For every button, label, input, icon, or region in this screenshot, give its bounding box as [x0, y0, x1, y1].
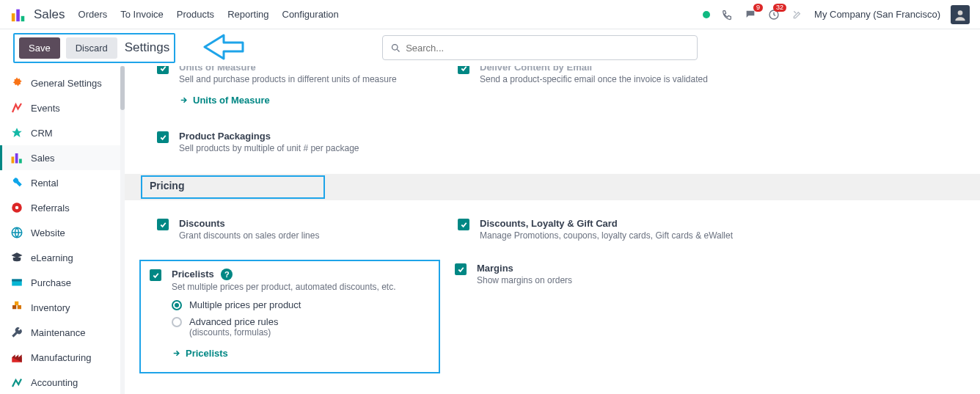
svg-point-5	[958, 10, 963, 15]
menu-products[interactable]: Products	[177, 9, 214, 20]
setting-desc-loyalty: Manage Promotions, coupons, loyalty card…	[480, 230, 733, 241]
svg-rect-10	[19, 159, 22, 164]
phone-icon[interactable]	[720, 8, 734, 21]
sidebar-item-label: Manufacturing	[31, 352, 91, 363]
sidebar-item-events[interactable]: Events	[0, 95, 125, 120]
arrow-right-icon	[172, 349, 181, 358]
radio-on-icon	[172, 300, 182, 310]
search-box[interactable]	[382, 35, 698, 60]
status-dot	[703, 11, 710, 18]
chat-badge: 9	[753, 4, 763, 12]
discard-button[interactable]: Discard	[66, 37, 117, 59]
manufacturing-icon	[10, 351, 23, 364]
activity-badge: 32	[773, 4, 786, 12]
checkbox-margins[interactable]	[455, 263, 467, 275]
setting-desc-uom: Sell and purchase products in different …	[179, 74, 397, 84]
menu-to-invoice[interactable]: To Invoice	[120, 9, 164, 20]
svg-rect-8	[12, 157, 15, 164]
help-icon[interactable]: ?	[221, 269, 233, 280]
inventory-icon	[10, 301, 23, 314]
sales-icon	[10, 151, 23, 164]
link-uom[interactable]: Units of Measure	[179, 95, 397, 106]
svg-rect-9	[15, 153, 18, 164]
gear-icon	[10, 76, 23, 90]
sidebar-item-label: CRM	[31, 128, 53, 139]
sidebar-item-manufacturing[interactable]: Manufacturing	[0, 345, 125, 370]
sidebar-item-inventory[interactable]: Inventory	[0, 295, 125, 320]
pricelists-radio-group: Multiple prices per product Advanced pri…	[150, 299, 430, 338]
app-icon	[10, 7, 26, 23]
section-pricing-title: Pricing	[141, 175, 325, 199]
rental-icon	[10, 176, 23, 189]
settings-sidebar: General Settings Events CRM Sales Rental…	[0, 66, 125, 394]
setting-title-packagings: Product Packagings	[179, 131, 359, 142]
setting-title-margins: Margins	[477, 263, 572, 274]
setting-desc-discounts: Grant discounts on sales order lines	[179, 230, 319, 241]
setting-title-uom: Units of Measure	[179, 66, 397, 73]
purchase-icon	[10, 276, 23, 289]
sidebar-item-label: Maintenance	[31, 327, 85, 338]
radio-off-icon	[172, 317, 182, 327]
svg-rect-16	[12, 305, 16, 309]
sidebar-item-label: Accounting	[31, 377, 78, 388]
chat-icon[interactable]: 9	[744, 8, 757, 21]
highlight-save-area: Save Discard Settings	[13, 33, 175, 63]
activity-icon[interactable]: 32	[767, 8, 780, 21]
setting-title-pricelists: Pricelists	[172, 269, 214, 280]
link-pricelists[interactable]: Pricelists	[150, 348, 430, 359]
sidebar-item-sales[interactable]: Sales	[0, 145, 125, 170]
save-button[interactable]: Save	[19, 37, 60, 59]
svg-rect-18	[15, 302, 18, 305]
menu-reporting[interactable]: Reporting	[227, 9, 268, 20]
svg-rect-15	[12, 280, 22, 282]
sidebar-item-label: Inventory	[31, 302, 70, 313]
company-selector[interactable]: My Company (San Francisco)	[814, 9, 940, 20]
arrow-right-icon	[179, 95, 189, 105]
sidebar-item-label: Rental	[31, 178, 59, 189]
highlight-pricelists: Pricelists ? Set multiple prices per pro…	[139, 260, 440, 373]
sidebar-item-elearning[interactable]: eLearning	[0, 245, 125, 270]
menu-configuration[interactable]: Configuration	[282, 9, 339, 20]
svg-rect-1	[16, 9, 20, 21]
menu-orders[interactable]: Orders	[78, 9, 108, 20]
sidebar-item-general-settings[interactable]: General Settings	[0, 70, 125, 95]
action-bar: Save Discard Settings	[0, 29, 980, 66]
svg-point-12	[15, 206, 19, 210]
referrals-icon	[10, 201, 23, 214]
sidebar-item-label: eLearning	[31, 252, 73, 263]
sidebar-item-rental[interactable]: Rental	[0, 170, 125, 195]
navbar-right: 9 32 My Company (San Francisco)	[703, 5, 970, 24]
checkbox-pricelists[interactable]	[150, 269, 161, 281]
svg-rect-0	[12, 13, 15, 21]
arrow-annotation	[202, 34, 244, 62]
sidebar-item-purchase[interactable]: Purchase	[0, 270, 125, 295]
sidebar-item-label: Sales	[31, 153, 55, 164]
setting-desc-deliver: Send a product-specific email once the i…	[480, 74, 708, 84]
sidebar-item-label: Referrals	[31, 203, 70, 214]
setting-title-discounts: Discounts	[179, 218, 319, 229]
sidebar-item-label: Website	[31, 227, 65, 238]
svg-point-6	[392, 44, 398, 50]
radio-advanced-rules[interactable]: Advanced price rules (discounts, formula…	[172, 316, 430, 338]
maintenance-icon	[10, 326, 23, 339]
checkbox-deliver-email[interactable]	[458, 66, 469, 74]
sidebar-item-crm[interactable]: CRM	[0, 120, 125, 145]
events-icon	[10, 101, 23, 114]
sidebar-item-accounting[interactable]: Accounting	[0, 370, 125, 394]
sidebar-item-referrals[interactable]: Referrals	[0, 195, 125, 220]
search-input[interactable]	[406, 43, 690, 54]
svg-rect-2	[21, 15, 25, 21]
sidebar-item-label: General Settings	[31, 78, 102, 89]
sidebar-item-website[interactable]: Website	[0, 220, 125, 245]
sidebar-item-maintenance[interactable]: Maintenance	[0, 320, 125, 345]
checkbox-uom[interactable]	[157, 66, 169, 74]
checkbox-packagings[interactable]	[157, 131, 169, 143]
user-avatar[interactable]	[951, 5, 970, 24]
radio-multiple-prices[interactable]: Multiple prices per product	[172, 299, 430, 310]
checkbox-loyalty[interactable]	[458, 219, 469, 230]
checkbox-discounts[interactable]	[157, 219, 169, 230]
setting-desc-margins: Show margins on orders	[477, 275, 572, 285]
tools-icon[interactable]	[791, 8, 804, 21]
settings-main: Units of Measure Sell and purchase produ…	[125, 66, 980, 394]
top-menu: Orders To Invoice Products Reporting Con…	[78, 9, 339, 20]
